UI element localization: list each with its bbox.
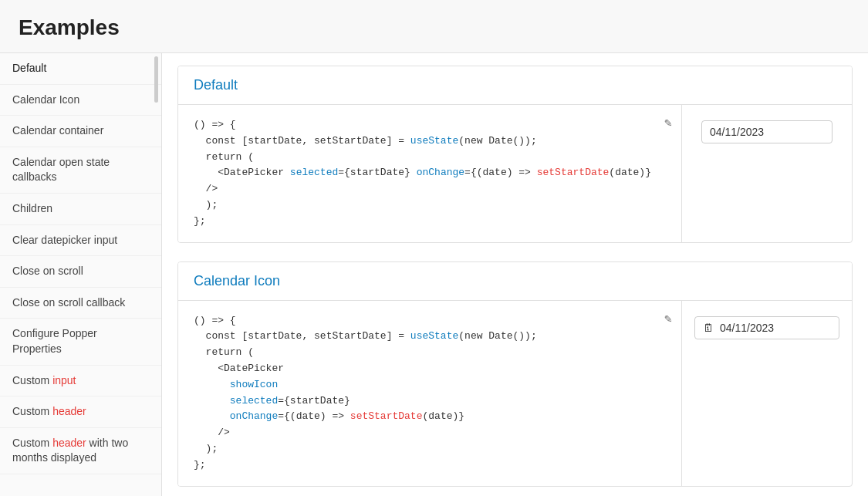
sidebar-item-custom-header-two[interactable]: Custom header with two months displayed [0, 428, 161, 474]
section-calendar-icon-title: Calendar Icon [178, 262, 852, 301]
section-calendar-icon: Calendar Icon ✎ () => { const [startDate… [177, 261, 853, 487]
code-block-default: ✎ () => { const [startDate, setStartDate… [178, 105, 682, 242]
sidebar-item-calendar-open-state[interactable]: Calendar open state callbacks [0, 147, 161, 194]
sidebar-item-default[interactable]: Default [0, 53, 161, 85]
date-input-default[interactable]: 04/11/2023 [701, 120, 833, 143]
sidebar-item-calendar-container[interactable]: Calendar container [0, 116, 161, 147]
edit-icon-default[interactable]: ✎ [664, 114, 672, 134]
sidebar-item-custom-header[interactable]: Custom header [0, 396, 161, 428]
sidebar: Default Calendar Icon Calendar container… [0, 53, 162, 496]
preview-default: 04/11/2023 [682, 105, 852, 159]
sidebar-item-calendar-icon[interactable]: Calendar Icon [0, 85, 161, 116]
sidebar-item-configure-popper[interactable]: Configure Popper Properties [0, 319, 161, 365]
sidebar-item-children[interactable]: Children [0, 194, 161, 225]
preview-calendar-icon: 🗓 04/11/2023 [682, 301, 852, 355]
code-block-calendar-icon: ✎ () => { const [startDate, setStartDate… [178, 301, 682, 486]
page-title: Examples [0, 0, 868, 53]
sidebar-item-custom-input[interactable]: Custom input [0, 366, 161, 397]
section-default: Default ✎ () => { const [startDate, setS… [177, 66, 853, 243]
sidebar-item-close-on-scroll-callback[interactable]: Close on scroll callback [0, 288, 161, 319]
main-content: Default ✎ () => { const [startDate, setS… [162, 53, 868, 496]
calendar-icon: 🗓 [703, 322, 714, 334]
date-input-calendar-icon[interactable]: 🗓 04/11/2023 [694, 316, 839, 339]
edit-icon-calendar[interactable]: ✎ [664, 310, 672, 330]
sidebar-item-close-on-scroll[interactable]: Close on scroll [0, 256, 161, 288]
sidebar-item-clear-datepicker[interactable]: Clear datepicker input [0, 225, 161, 257]
section-default-title: Default [178, 66, 852, 105]
